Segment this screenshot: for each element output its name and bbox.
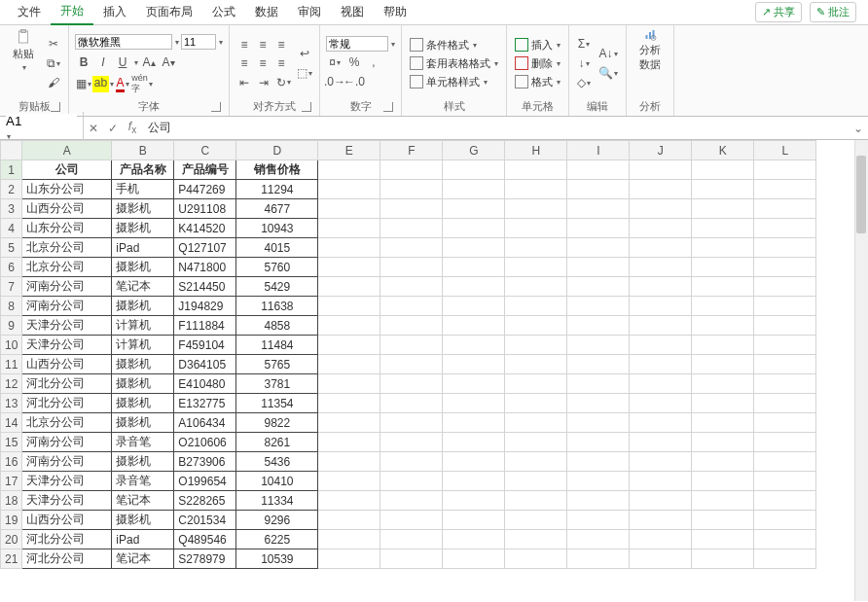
autosum-icon[interactable]: Σ▾	[575, 35, 593, 53]
cell-11-F[interactable]	[380, 355, 443, 374]
cell-17-F[interactable]	[380, 472, 443, 491]
cell-3-C[interactable]: U291108	[174, 199, 236, 219]
cell-15-G[interactable]	[443, 433, 505, 452]
formula-input[interactable]: 公司	[142, 118, 849, 138]
cell-21-J[interactable]	[630, 549, 692, 569]
cell-2-K[interactable]	[692, 180, 754, 199]
row-header-14[interactable]: 14	[1, 413, 22, 433]
cell-3-B[interactable]: 摄影机	[112, 199, 174, 219]
row-header-10[interactable]: 10	[1, 336, 22, 355]
format-painter-icon[interactable]: 🖌	[45, 74, 62, 91]
cell-8-A[interactable]: 河南分公司	[22, 297, 112, 316]
cell-17-J[interactable]	[630, 472, 692, 491]
cell-2-B[interactable]: 手机	[112, 180, 174, 199]
cell-14-K[interactable]	[692, 413, 754, 433]
cell-7-D[interactable]: 5429	[236, 277, 318, 297]
number-launcher[interactable]	[383, 102, 393, 112]
cell-4-H[interactable]	[505, 219, 567, 238]
cell-14-I[interactable]	[567, 413, 630, 433]
cell-17-A[interactable]: 天津分公司	[22, 472, 112, 491]
cell-12-H[interactable]	[505, 374, 567, 394]
tab-review[interactable]: 审阅	[288, 0, 331, 24]
increase-decimal-icon[interactable]: .0→	[326, 73, 344, 90]
cell-11-H[interactable]	[505, 355, 567, 374]
cell-9-G[interactable]	[443, 316, 505, 336]
row-header-2[interactable]: 2	[1, 180, 22, 199]
cell-9-D[interactable]: 4858	[236, 316, 318, 336]
cell-style-button[interactable]: 单元格样式▾	[408, 74, 500, 90]
align-left-icon[interactable]: ≡	[235, 54, 253, 72]
clear-icon[interactable]: ◇▾	[575, 74, 593, 91]
paste-button[interactable]: 粘贴▾	[6, 29, 41, 72]
cell-16-E[interactable]	[318, 452, 380, 472]
fill-icon[interactable]: ↓▾	[575, 54, 593, 72]
cell-5-F[interactable]	[380, 238, 443, 258]
tab-home[interactable]: 开始	[51, 0, 93, 25]
cell-21-E[interactable]	[318, 549, 380, 569]
cell-5-L[interactable]	[754, 238, 816, 258]
cell-10-L[interactable]	[754, 336, 816, 355]
cell-14-J[interactable]	[630, 413, 692, 433]
cell-12-J[interactable]	[630, 374, 692, 394]
cell-20-C[interactable]: Q489546	[174, 530, 236, 549]
cell-17-E[interactable]	[318, 472, 380, 491]
cell-21-L[interactable]	[754, 549, 816, 569]
cell-7-B[interactable]: 笔记本	[112, 277, 174, 297]
cell-15-A[interactable]: 河南分公司	[22, 433, 112, 452]
cell-20-J[interactable]	[630, 530, 692, 549]
col-header-L[interactable]: L	[754, 141, 816, 160]
align-middle-icon[interactable]: ≡	[254, 36, 271, 53]
cell-17-G[interactable]	[443, 472, 505, 491]
col-header-D[interactable]: D	[236, 141, 318, 160]
cell-4-A[interactable]: 山东分公司	[22, 219, 112, 238]
cell-11-C[interactable]: D364105	[174, 355, 236, 374]
cell-9-K[interactable]	[692, 316, 754, 336]
align-top-icon[interactable]: ≡	[235, 36, 253, 53]
cell-8-B[interactable]: 摄影机	[112, 297, 174, 316]
row-header-9[interactable]: 9	[1, 316, 22, 336]
row-header-3[interactable]: 3	[1, 199, 22, 219]
cell-20-A[interactable]: 河北分公司	[22, 530, 112, 549]
cell-3-F[interactable]	[380, 199, 443, 219]
analyze-data-button[interactable]: 分析 数据	[633, 29, 668, 72]
cell-1-D[interactable]: 销售价格	[236, 160, 318, 180]
cell-9-C[interactable]: F111884	[174, 316, 236, 336]
cell-6-F[interactable]	[380, 258, 443, 277]
fill-color-icon[interactable]: ab▾	[94, 75, 112, 92]
cell-4-D[interactable]: 10943	[236, 219, 318, 238]
cell-12-B[interactable]: 摄影机	[112, 374, 174, 394]
cell-4-E[interactable]	[318, 219, 380, 238]
row-header-6[interactable]: 6	[1, 258, 22, 277]
tab-formula[interactable]: 公式	[202, 0, 245, 24]
cell-20-B[interactable]: iPad	[112, 530, 174, 549]
cell-1-C[interactable]: 产品编号	[174, 160, 236, 180]
cell-14-G[interactable]	[443, 413, 505, 433]
cell-11-K[interactable]	[692, 355, 754, 374]
cell-18-L[interactable]	[754, 491, 816, 511]
cell-12-A[interactable]: 河北分公司	[22, 374, 112, 394]
cell-3-K[interactable]	[692, 199, 754, 219]
cell-8-K[interactable]	[692, 297, 754, 316]
cell-18-C[interactable]: S228265	[174, 491, 236, 511]
cell-18-A[interactable]: 天津分公司	[22, 491, 112, 511]
cell-8-H[interactable]	[505, 297, 567, 316]
spreadsheet-grid[interactable]: ABCDEFGHIJKL1公司产品名称产品编号销售价格2山东分公司手机P4472…	[0, 140, 868, 601]
sort-filter-icon[interactable]: A↓▾	[597, 45, 620, 62]
cell-21-H[interactable]	[505, 549, 567, 569]
cell-17-B[interactable]: 录音笔	[112, 472, 174, 491]
cell-6-K[interactable]	[692, 258, 754, 277]
comma-icon[interactable]: ,	[365, 53, 382, 71]
cell-17-L[interactable]	[754, 472, 816, 491]
cell-10-J[interactable]	[630, 336, 692, 355]
cell-2-E[interactable]	[318, 180, 380, 199]
cell-4-L[interactable]	[754, 219, 816, 238]
font-size-dd[interactable]: ▾	[219, 38, 223, 47]
col-header-K[interactable]: K	[692, 141, 754, 160]
cell-7-E[interactable]	[318, 277, 380, 297]
cell-13-H[interactable]	[505, 394, 567, 413]
cell-18-D[interactable]: 11334	[236, 491, 318, 511]
cell-4-K[interactable]	[692, 219, 754, 238]
cell-15-H[interactable]	[505, 433, 567, 452]
cell-4-B[interactable]: 摄影机	[112, 219, 174, 238]
cell-4-G[interactable]	[443, 219, 505, 238]
